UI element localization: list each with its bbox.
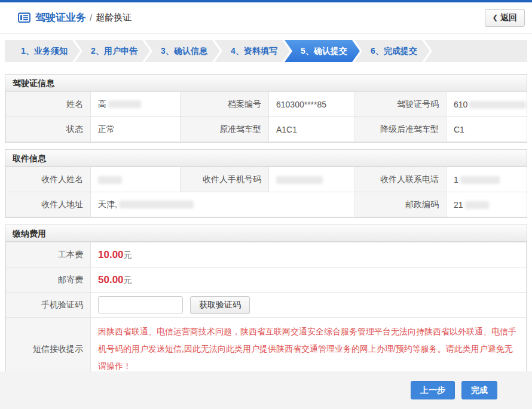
fees-table: 工本费 10.00元 邮寄费 50.00元 手机验证码 获取验证码 短信接收提示… — [5, 242, 527, 381]
downgraded-class-label: 降级后准驾车型 — [355, 117, 447, 142]
table-row: 工本费 10.00元 — [6, 242, 527, 267]
fees-section: 缴纳费用 工本费 10.00元 邮寄费 50.00元 手机验证码 获取验证码 短… — [5, 225, 527, 382]
step-1-service-notice[interactable]: 1、业务须知 — [5, 40, 80, 62]
get-sms-code-button[interactable]: 获取验证码 — [190, 296, 250, 314]
license-info-table: 姓名 高 档案编号 610300****85 驾驶证号码 610 状态 正常 原… — [5, 91, 527, 142]
back-button-label: 返回 — [500, 13, 517, 22]
sms-notice-text: 因陕西省联通、电信运营商技术问题，陕西省互联网交通安全综合服务管理平台无法向持陕… — [98, 323, 519, 375]
recipient-mobile-label: 收件人手机号码 — [181, 167, 269, 192]
table-row: 手机验证码 获取验证码 — [6, 293, 527, 318]
step-label: 4、资料填写 — [231, 46, 277, 56]
page-title: 驾驶证业务 — [35, 11, 86, 24]
status-label: 状态 — [6, 117, 91, 142]
postage-fee-label: 邮寄费 — [6, 267, 91, 293]
table-row: 姓名 高 档案编号 610300****85 驾驶证号码 610 — [6, 92, 527, 117]
fee-unit: 元 — [124, 275, 132, 285]
fees-section-title: 缴纳费用 — [5, 225, 527, 242]
recipient-mobile-value — [269, 167, 355, 192]
step-label: 5、确认提交 — [301, 46, 347, 56]
chevron-left-icon: ❮ — [493, 14, 498, 21]
fee-unit: 元 — [124, 250, 132, 260]
status-value: 正常 — [91, 117, 181, 142]
postage-fee-value: 50.00元 — [91, 267, 527, 293]
original-class-value: A1C1 — [269, 117, 355, 142]
redacted-value — [119, 201, 194, 208]
table-row: 邮寄费 50.00元 — [6, 267, 527, 293]
step-track-filler — [424, 40, 527, 62]
sms-code-cell: 获取验证码 — [91, 293, 527, 318]
recipient-name-value — [91, 167, 181, 192]
file-number-label: 档案编号 — [181, 92, 269, 117]
recipient-address-value: 天津, — [91, 192, 355, 217]
name-label: 姓名 — [6, 92, 91, 117]
step-2-user-declaration[interactable]: 2、用户申告 — [75, 40, 150, 62]
step-label: 3、确认信息 — [161, 46, 207, 56]
license-number-value: 610 — [447, 92, 527, 117]
license-service-icon — [18, 13, 30, 23]
original-class-label: 原准驾车型 — [181, 117, 269, 142]
table-row: 收件人姓名 收件人手机号码 收件人联系电话 1 — [6, 167, 527, 192]
footer-action-bar: 上一步 完成 — [0, 371, 532, 409]
pickup-info-section: 取件信息 收件人姓名 收件人手机号码 收件人联系电话 1 收件人地址 天津, 邮… — [5, 149, 527, 218]
page: 驾驶证业务 / 超龄换证 ❮返回 1、业务须知 2、用户申告 3、确认信息 4、… — [0, 0, 532, 409]
license-section-title: 驾驶证信息 — [5, 75, 527, 91]
pickup-section-title: 取件信息 — [5, 150, 527, 167]
recipient-phone-label: 收件人联系电话 — [355, 167, 447, 192]
step-6-complete-submit[interactable]: 6、完成提交 — [354, 40, 430, 62]
back-button[interactable]: ❮返回 — [485, 9, 525, 27]
table-row: 状态 正常 原准驾车型 A1C1 降级后准驾车型 C1 — [6, 117, 527, 142]
file-number-value: 610300****85 — [269, 92, 355, 117]
header: 驾驶证业务 / 超龄换证 ❮返回 — [0, 2, 532, 33]
step-wizard: 1、业务须知 2、用户申告 3、确认信息 4、资料填写 5、确认提交 6、完成提… — [5, 40, 527, 62]
production-fee-label: 工本费 — [6, 242, 91, 267]
redacted-value — [98, 176, 122, 184]
step-3-confirm-info[interactable]: 3、确认信息 — [145, 40, 220, 62]
step-label: 2、用户申告 — [91, 46, 137, 56]
recipient-name-label: 收件人姓名 — [6, 167, 91, 192]
redacted-value — [108, 100, 141, 108]
name-value: 高 — [91, 92, 181, 117]
license-info-section: 驾驶证信息 姓名 高 档案编号 610300****85 驾驶证号码 610 状… — [5, 74, 527, 143]
table-row: 收件人地址 天津, 邮政编码 21 — [6, 192, 527, 217]
redacted-value — [469, 101, 526, 109]
pickup-info-table: 收件人姓名 收件人手机号码 收件人联系电话 1 收件人地址 天津, 邮政编码 2… — [5, 167, 527, 217]
breadcrumb-separator: / — [90, 13, 92, 23]
redacted-value — [460, 176, 500, 184]
fee-amount: 10.00 — [98, 249, 124, 260]
fee-amount: 50.00 — [98, 274, 124, 285]
previous-step-button[interactable]: 上一步 — [411, 381, 455, 399]
step-label: 1、业务须知 — [21, 46, 68, 56]
finish-button[interactable]: 完成 — [461, 381, 497, 399]
step-5-confirm-submit[interactable]: 5、确认提交 — [285, 40, 360, 62]
sms-code-label: 手机验证码 — [6, 293, 91, 318]
redacted-value — [276, 176, 323, 184]
breadcrumb-current: 超龄换证 — [96, 12, 132, 23]
license-number-label: 驾驶证号码 — [355, 92, 447, 117]
step-4-fill-materials[interactable]: 4、资料填写 — [215, 40, 290, 62]
downgraded-class-value: C1 — [447, 117, 527, 142]
production-fee-value: 10.00元 — [91, 242, 527, 267]
postal-code-label: 邮政编码 — [355, 192, 447, 217]
step-label: 6、完成提交 — [371, 46, 417, 56]
sms-code-input[interactable] — [98, 296, 183, 313]
recipient-address-label: 收件人地址 — [6, 192, 91, 217]
redacted-value — [465, 201, 489, 209]
recipient-phone-value: 1 — [447, 167, 527, 192]
postal-code-value: 21 — [447, 192, 527, 217]
